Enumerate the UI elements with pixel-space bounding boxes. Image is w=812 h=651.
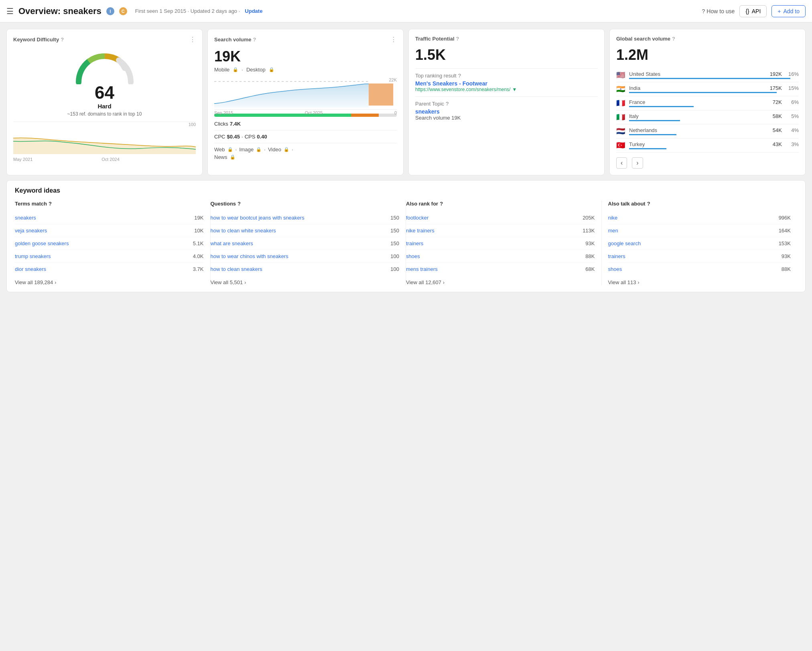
keyword-ideas-section: Keyword ideas Terms match ? sneakers 19K… xyxy=(6,180,806,292)
keyword-value: 164K xyxy=(779,228,791,234)
keyword-link[interactable]: shoes xyxy=(608,266,782,272)
also-talk-about-view-all[interactable]: View all 113 › xyxy=(608,275,791,285)
gsv-country-row: 🇮🇳 India 175K 15% xyxy=(616,82,799,96)
gsv-countries-list: 🇺🇸 United States 192K 16% 🇮🇳 India 175K … xyxy=(616,68,799,153)
gauge-svg xyxy=(73,48,137,84)
keyword-link[interactable]: mens trainers xyxy=(406,266,585,272)
country-bar xyxy=(629,148,666,149)
dropdown-icon: ▼ xyxy=(512,87,517,92)
keyword-link[interactable]: golden goose sneakers xyxy=(15,240,193,246)
gsv-country-row: 🇳🇱 Netherlands 54K 4% xyxy=(616,124,799,138)
terms-match-chevron-icon: › xyxy=(55,280,56,285)
list-item: shoes 88K xyxy=(406,250,595,263)
ki-also-rank-for-title: Also rank for ? xyxy=(406,201,595,207)
keyword-link[interactable]: footlocker xyxy=(406,215,583,221)
list-item: veja sneakers 10K xyxy=(15,224,204,237)
sv-chart-labels: Sep 2015 Oct 2025 0 xyxy=(214,110,397,115)
page-title: Overview: sneakers xyxy=(18,6,102,16)
keyword-value: 19K xyxy=(194,215,203,221)
list-item: google search 153K xyxy=(608,237,791,250)
terms-match-view-all[interactable]: View all 189,284 › xyxy=(15,275,204,285)
kd-score: 64 xyxy=(95,83,114,103)
list-item: men 164K xyxy=(608,224,791,237)
tp-ranking-url[interactable]: https://www.sevenstore.com/sneakers/mens… xyxy=(415,87,598,92)
keyword-value: 68K xyxy=(585,266,595,272)
kd-trend-chart: 100 May 2021 Oct 2024 xyxy=(13,122,196,154)
questions-items: how to wear bootcut jeans with sneakers … xyxy=(211,212,400,275)
keyword-value: 3.7K xyxy=(193,266,204,272)
keyword-link[interactable]: men xyxy=(608,228,779,234)
api-button[interactable]: {} API xyxy=(739,5,767,17)
country-flag-icon: 🇮🇹 xyxy=(616,113,626,122)
country-name: United States xyxy=(629,71,764,77)
tp-help-icon[interactable]: ? xyxy=(456,36,459,42)
keyword-link[interactable]: trump sneakers xyxy=(15,253,193,259)
country-bar xyxy=(629,134,676,135)
also-rank-for-view-all[interactable]: View all 12,607 › xyxy=(406,275,595,285)
ki-also-rank-for-col: Also rank for ? footlocker 205K nike tra… xyxy=(406,201,602,285)
kd-help-icon[interactable]: ? xyxy=(61,37,64,43)
tp-ranking-link[interactable]: Men's Sneakers - Footwear xyxy=(415,80,598,87)
questions-view-all[interactable]: View all 5,501 › xyxy=(211,275,400,285)
tp-ranking-label: Top ranking result ? xyxy=(415,73,598,79)
list-item: nike 996K xyxy=(608,212,791,224)
keyword-link[interactable]: how to wear chinos with sneakers xyxy=(211,253,391,259)
sv-main-value: 19K xyxy=(214,48,397,65)
tp-parent-help-icon[interactable]: ? xyxy=(446,101,449,107)
terms-match-help-icon[interactable]: ? xyxy=(49,201,52,207)
keyword-value: 113K xyxy=(583,228,595,234)
sv-help-icon[interactable]: ? xyxy=(253,37,256,43)
keyword-value: 5.1K xyxy=(193,240,204,246)
keyword-link[interactable]: sneakers xyxy=(15,215,194,221)
sv-devices: Mobile 🔒 · Desktop 🔒 xyxy=(214,67,397,73)
how-to-use-button[interactable]: ? How to use xyxy=(702,8,735,14)
gsv-prev-button[interactable]: ‹ xyxy=(616,157,627,169)
sv-serp-news: News 🔒 xyxy=(214,154,397,160)
keyword-value: 205K xyxy=(583,215,595,221)
country-flag-icon: 🇹🇷 xyxy=(616,141,626,150)
kd-card-title: Keyword Difficulty ? xyxy=(13,37,64,43)
keyword-link[interactable]: dior sneakers xyxy=(15,266,193,272)
country-name: Netherlands xyxy=(629,127,764,133)
kd-sublabel: ~153 ref. domains to rank in top 10 xyxy=(67,111,142,117)
keyword-value: 93K xyxy=(585,240,595,246)
tp-ranking-help-icon[interactable]: ? xyxy=(458,73,461,79)
keyword-link[interactable]: nike trainers xyxy=(406,228,583,234)
tp-parent-link[interactable]: sneakers xyxy=(415,108,598,115)
country-value: 192K xyxy=(766,71,782,77)
keyword-link[interactable]: how to clean white sneakers xyxy=(211,228,391,234)
terms-match-items: sneakers 19K veja sneakers 10K golden go… xyxy=(15,212,204,275)
country-pct: 3% xyxy=(787,141,799,147)
also-rank-help-icon[interactable]: ? xyxy=(440,201,443,207)
desktop-lock-icon: 🔒 xyxy=(269,67,274,72)
keyword-link[interactable]: veja sneakers xyxy=(15,228,194,234)
gsv-next-button[interactable]: › xyxy=(632,157,643,169)
web-lock-icon: 🔒 xyxy=(227,147,233,152)
keyword-link[interactable]: what are sneakers xyxy=(211,240,391,246)
country-pct: 5% xyxy=(787,113,799,119)
ki-also-talk-about-col: Also talk about ? nike 996K men 164K goo… xyxy=(602,201,798,285)
kd-chart-max: 100 xyxy=(189,122,196,127)
sv-card-header: Search volume ? ⋮ xyxy=(214,36,397,43)
sv-menu-icon[interactable]: ⋮ xyxy=(390,36,397,43)
keyword-value: 996K xyxy=(779,215,791,221)
kd-chart-labels: May 2021 Oct 2024 100 xyxy=(13,157,196,162)
keyword-link[interactable]: trainers xyxy=(406,240,585,246)
news-lock-icon: 🔒 xyxy=(230,155,235,160)
add-to-button[interactable]: + Add to xyxy=(771,5,806,17)
kd-menu-icon[interactable]: ⋮ xyxy=(189,36,196,43)
keyword-link[interactable]: nike xyxy=(608,215,779,221)
keyword-link[interactable]: shoes xyxy=(406,253,585,259)
also-talk-help-icon[interactable]: ? xyxy=(647,201,650,207)
keyword-link[interactable]: how to clean sneakers xyxy=(211,266,391,272)
keyword-link[interactable]: how to wear bootcut jeans with sneakers xyxy=(211,215,391,221)
keyword-value: 150 xyxy=(390,215,399,221)
global-search-volume-card: Global search volume ? 1.2M 🇺🇸 United St… xyxy=(609,29,806,175)
keyword-link[interactable]: trainers xyxy=(608,253,782,259)
hamburger-menu[interactable]: ☰ xyxy=(6,6,14,16)
gsv-help-icon[interactable]: ? xyxy=(672,36,675,42)
country-bar xyxy=(629,92,777,93)
keyword-link[interactable]: google search xyxy=(608,240,779,246)
questions-help-icon[interactable]: ? xyxy=(238,201,241,207)
update-link[interactable]: Update xyxy=(245,8,262,14)
